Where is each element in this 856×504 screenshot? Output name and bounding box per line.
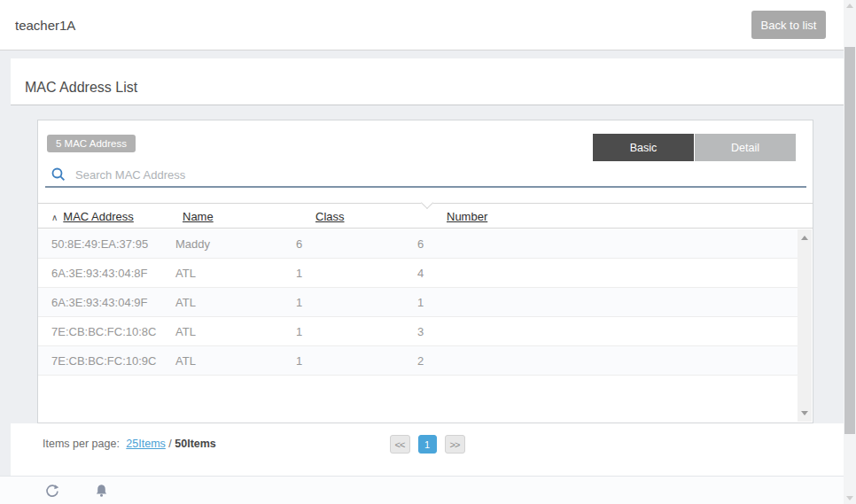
cell-number: 4: [417, 267, 798, 280]
column-header-name[interactable]: Name: [183, 208, 315, 224]
table-row[interactable]: 6A:3E:93:43:04:9F ATL 1 1: [38, 288, 798, 317]
page-scroll-up-icon[interactable]: [846, 4, 853, 8]
cell-name: ATL: [175, 354, 296, 368]
column-header-class[interactable]: Class: [315, 208, 447, 224]
cell-mac: 7E:CB:BC:FC:10:9C: [51, 354, 175, 368]
page-1-button[interactable]: 1: [418, 435, 437, 454]
cell-class: 1: [296, 267, 417, 280]
sort-ascending-icon: ∧: [51, 213, 58, 222]
column-header-mac[interactable]: ∧MAC Address: [51, 208, 183, 224]
cell-mac: 6A:3E:93:43:04:9F: [51, 296, 175, 309]
top-navbar: teacher1A Back to list: [0, 0, 844, 50]
search-input[interactable]: [75, 168, 430, 182]
cell-number: 6: [417, 237, 798, 251]
cell-name: ATL: [175, 296, 296, 309]
cell-name: Maddy: [175, 237, 296, 251]
cell-number: 1: [417, 296, 798, 309]
search-icon: [51, 167, 66, 182]
footer-bar: [0, 476, 844, 504]
table-body: 50:8E:49:EA:37:95 Maddy 6 6 6A:3E:93:43:…: [38, 229, 798, 422]
cell-number: 3: [417, 325, 798, 338]
page-scroll-down-icon[interactable]: [846, 496, 853, 500]
column-header-number[interactable]: Number: [447, 208, 813, 224]
mac-address-card: 5 MAC Address Basic Detail ∧MAC Address …: [37, 120, 813, 423]
pager: << 1 >>: [11, 435, 844, 454]
page-scrollbar-thumb[interactable]: [844, 47, 855, 434]
bell-icon[interactable]: [95, 484, 108, 498]
scroll-up-icon[interactable]: [801, 236, 808, 240]
cell-class: 1: [296, 325, 417, 338]
back-to-list-button[interactable]: Back to list: [751, 11, 826, 39]
page-title: MAC Address List: [25, 80, 137, 96]
refresh-icon[interactable]: [45, 484, 59, 498]
cell-mac: 6A:3E:93:43:04:8F: [51, 267, 175, 280]
table-row[interactable]: 50:8E:49:EA:37:95 Maddy 6 6: [38, 229, 798, 259]
cell-number: 2: [417, 354, 798, 368]
cell-mac: 50:8E:49:EA:37:95: [51, 237, 175, 251]
page-scrollbar[interactable]: [844, 0, 856, 504]
pagination-band: Items per page: 25Items / 50Items << 1 >…: [11, 423, 844, 476]
title-band: MAC Address List: [11, 58, 844, 105]
cell-mac: 7E:CB:BC:FC:10:8C: [51, 325, 175, 338]
cell-class: 1: [296, 296, 417, 309]
username-label: teacher1A: [15, 18, 75, 33]
search-bar: [45, 163, 806, 188]
prev-page-button[interactable]: <<: [390, 435, 410, 454]
table-row[interactable]: 7E:CB:BC:FC:10:8C ATL 1 3: [38, 317, 798, 346]
view-toggle: Basic Detail: [593, 134, 796, 161]
mac-count-badge: 5 MAC Address: [47, 135, 136, 152]
cell-name: ATL: [175, 325, 296, 338]
table-row[interactable]: 6A:3E:93:43:04:8F ATL 1 4: [38, 259, 798, 288]
table-row[interactable]: 7E:CB:BC:FC:10:9C ATL 1 2: [38, 346, 798, 376]
cell-class: 1: [296, 354, 417, 368]
detail-view-button[interactable]: Detail: [695, 134, 796, 161]
basic-view-button[interactable]: Basic: [593, 134, 694, 161]
scroll-down-icon[interactable]: [801, 411, 808, 415]
table-scrollbar[interactable]: [798, 229, 812, 422]
cell-class: 6: [296, 237, 417, 251]
cell-name: ATL: [175, 267, 296, 280]
next-page-button[interactable]: >>: [445, 435, 465, 454]
table-header: ∧MAC Address Name Class Number: [38, 203, 813, 229]
